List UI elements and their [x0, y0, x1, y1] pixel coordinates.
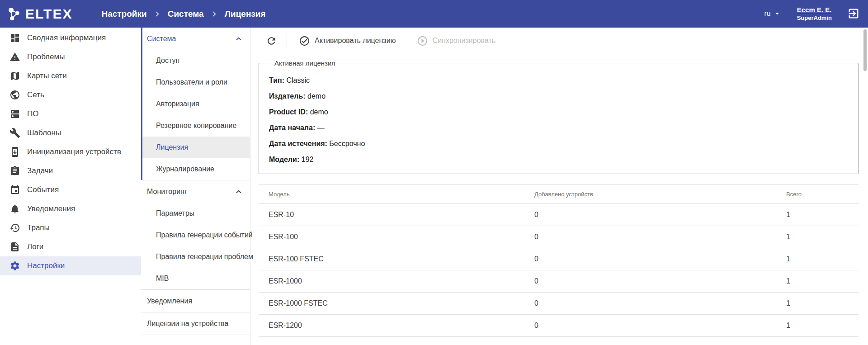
sidebar-item-events[interactable]: События [0, 180, 141, 199]
field-label: Модели: [269, 156, 299, 163]
sidebar-item-label: Настройки [27, 261, 65, 270]
cell-total: 1 [786, 270, 859, 293]
license-field-product-id: Product ID: demo [269, 104, 848, 120]
app-header: ELTEX Настройки Система Лицензия ru Eccm… [0, 0, 868, 28]
sidebar-item-label: Карты сети [27, 71, 67, 80]
header-right: ru Eccm E. E. SuperAdmin [764, 5, 860, 22]
breadcrumb: Настройки Система Лицензия [101, 9, 265, 19]
sidebar-item-templates[interactable]: Шаблоны [0, 123, 141, 142]
submenu-item-authorization[interactable]: Авторизация [141, 93, 250, 115]
chevron-right-icon [209, 9, 219, 19]
sidebar-item-summary[interactable]: Сводная информация [0, 28, 141, 47]
submenu-group-device-licenses: Лицензии на устройства [141, 312, 250, 335]
logs-icon [9, 241, 20, 252]
sidebar-item-settings[interactable]: Настройки [0, 256, 141, 275]
license-field-expiry-date: Дата истечения: Бессрочно [269, 136, 848, 151]
submenu-item-problem-rules[interactable]: Правила генерации проблем [141, 246, 250, 268]
logout-icon [847, 7, 860, 20]
calendar-icon [9, 184, 20, 195]
scrollbar-thumb[interactable] [863, 29, 867, 71]
submenu-section-system[interactable]: Система [141, 28, 250, 50]
breadcrumb-license: Лицензия [225, 9, 266, 19]
history-icon [9, 222, 20, 233]
active-license-panel: Активная лицензия Тип: Classic Издатель:… [259, 59, 859, 174]
eltex-logo-icon [6, 6, 22, 22]
sidebar-item-device-init[interactable]: Инициализация устройств [0, 142, 141, 161]
table-row: ESR-100 FSTEC 0 1 [259, 248, 859, 270]
check-circle-icon [299, 35, 310, 47]
field-value: demo [310, 108, 328, 116]
chevron-up-icon [234, 187, 244, 197]
software-icon [9, 109, 20, 119]
bell-icon [9, 203, 20, 214]
chevron-right-icon [152, 9, 162, 19]
sidebar-item-logs[interactable]: Логи [0, 237, 141, 256]
refresh-button[interactable] [262, 32, 280, 50]
language-selector[interactable]: ru [764, 9, 781, 18]
field-label: Издатель: [269, 92, 306, 100]
field-value: — [317, 124, 325, 132]
activate-license-label: Активировать лицензию [315, 37, 396, 45]
field-value: demo [307, 92, 326, 100]
submenu-section-label: Лицензии на устройства [147, 320, 228, 328]
cell-total: 1 [786, 293, 859, 315]
cell-model: ESR-10 [259, 204, 534, 226]
cell-total: 1 [786, 204, 859, 226]
breadcrumb-system[interactable]: Система [168, 9, 204, 19]
cell-added: 0 [534, 315, 786, 337]
col-header-model: Модель [259, 185, 534, 204]
table-row: ESR-1000 FSTEC 0 1 [259, 293, 859, 315]
dashboard-icon [9, 33, 20, 43]
table-header-row: Модель Добавлено устройств Всего [259, 185, 859, 204]
submenu-item-logging[interactable]: Журналирование [141, 158, 250, 180]
sidebar-item-label: События [27, 185, 59, 194]
sidebar-item-label: Сводная информация [27, 33, 106, 43]
sidebar-item-network[interactable]: Сеть [0, 85, 141, 104]
sidebar-item-traps[interactable]: Трапы [0, 218, 141, 237]
logout-button[interactable] [847, 7, 860, 20]
map-icon [9, 71, 20, 81]
sidebar-item-software[interactable]: ПО [0, 104, 141, 123]
sidebar-item-label: Инициализация устройств [27, 147, 121, 156]
activate-license-button[interactable]: Активировать лицензию [293, 32, 401, 50]
sidebar-item-tasks[interactable]: Задачи [0, 161, 141, 180]
license-field-start-date: Дата начала: — [269, 120, 848, 136]
chevron-up-icon [234, 34, 244, 44]
submenu-section-device-licenses[interactable]: Лицензии на устройства [141, 312, 250, 335]
submenu-item-license[interactable]: Лицензия [141, 137, 250, 158]
cell-model: ESR-1000 [259, 270, 534, 293]
cell-added: 0 [534, 226, 786, 248]
play-circle-icon [417, 35, 428, 47]
cell-added: 0 [534, 248, 786, 270]
license-field-publisher: Издатель: demo [269, 88, 848, 104]
submenu-item-mib[interactable]: MIB [141, 268, 250, 289]
user-name-link[interactable]: Eccm E. E. [797, 5, 832, 14]
sidebar-item-label: Задачи [27, 166, 53, 175]
eltex-logo[interactable]: ELTEX [6, 6, 72, 22]
sidebar-item-label: Логи [27, 242, 43, 251]
synchronize-button[interactable]: Синхронизировать [411, 32, 501, 50]
cell-added: 0 [534, 293, 786, 315]
submenu-item-parameters[interactable]: Параметры [141, 203, 250, 224]
submenu-section-monitoring[interactable]: Мониторинг [141, 180, 250, 203]
submenu-section-label: Уведомления [147, 297, 192, 305]
submenu-item-backup[interactable]: Резервное копирование [141, 115, 250, 137]
sidebar-item-label: Трапы [27, 223, 50, 232]
submenu-group-system: Система Доступ Пользователи и роли Автор… [141, 28, 250, 180]
submenu-item-users-roles[interactable]: Пользователи и роли [141, 71, 250, 93]
submenu-section-label: Мониторинг [147, 188, 187, 196]
submenu-section-notifications[interactable]: Уведомления [141, 290, 250, 312]
submenu-item-event-rules[interactable]: Правила генерации событий [141, 224, 250, 246]
sidebar-item-notifications[interactable]: Уведомления [0, 199, 141, 218]
field-value: 192 [302, 156, 314, 163]
field-label: Дата начала: [269, 124, 315, 132]
sidebar-item-network-maps[interactable]: Карты сети [0, 66, 141, 85]
breadcrumb-settings[interactable]: Настройки [101, 9, 146, 19]
cell-added: 0 [534, 270, 786, 293]
submenu-section-label: Система [147, 35, 176, 43]
main-sidebar: Сводная информация Проблемы Карты сети С… [0, 28, 141, 345]
submenu-item-access[interactable]: Доступ [141, 50, 250, 71]
tasks-icon [9, 165, 20, 176]
sidebar-item-problems[interactable]: Проблемы [0, 47, 141, 66]
page-scrollbar[interactable] [863, 29, 867, 343]
